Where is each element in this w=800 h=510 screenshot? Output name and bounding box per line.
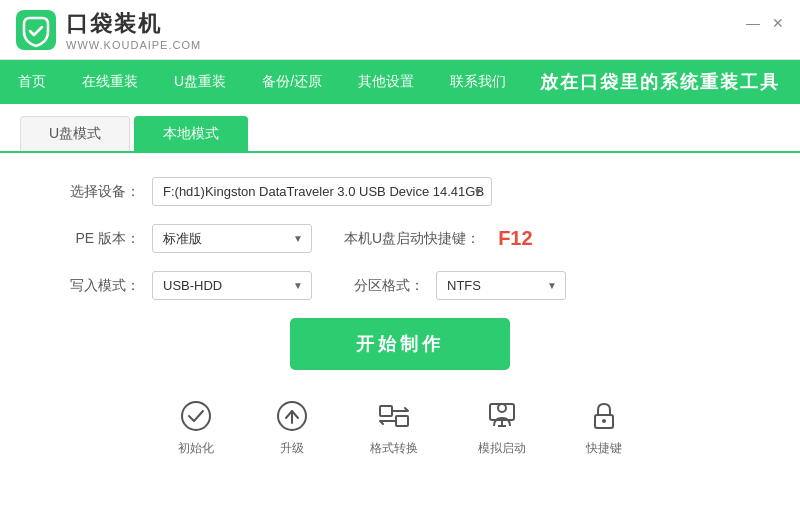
device-label: 选择设备： <box>60 183 140 201</box>
svg-rect-5 <box>396 416 408 426</box>
tab-bar: U盘模式 本地模式 <box>0 104 800 153</box>
svg-point-6 <box>498 404 506 412</box>
bottom-icon-simulate-boot[interactable]: 模拟启动 <box>478 398 526 457</box>
pe-version-label: PE 版本： <box>60 230 140 248</box>
nav-items: 首页 在线重装 U盘重装 备份/还原 其他设置 联系我们 <box>0 60 524 104</box>
hotkey-value: F12 <box>498 227 532 250</box>
form-area: 选择设备： F:(hd1)Kingston DataTraveler 3.0 U… <box>0 153 800 481</box>
write-mode-row: 写入模式： USB-HDD ▼ 分区格式： NTFS ▼ <box>60 271 740 300</box>
bottom-icon-format-convert[interactable]: 格式转换 <box>370 398 418 457</box>
partition-label: 分区格式： <box>344 277 424 295</box>
svg-rect-0 <box>16 10 56 50</box>
lock-icon <box>586 398 622 434</box>
check-circle-icon <box>178 398 214 434</box>
nav-bar: 首页 在线重装 U盘重装 备份/还原 其他设置 联系我们 放在口袋里的系统重装工… <box>0 60 800 104</box>
person-screen-icon <box>484 398 520 434</box>
device-select[interactable]: F:(hd1)Kingston DataTraveler 3.0 USB Dev… <box>153 178 515 205</box>
start-button[interactable]: 开始制作 <box>290 318 510 370</box>
nav-slogan: 放在口袋里的系统重装工具 <box>540 60 800 104</box>
svg-point-11 <box>602 419 606 423</box>
nav-item-backup-restore[interactable]: 备份/还原 <box>244 60 340 104</box>
partition-select-wrapper[interactable]: NTFS ▼ <box>436 271 566 300</box>
nav-item-usb-reinstall[interactable]: U盘重装 <box>156 60 244 104</box>
tab-local-mode[interactable]: 本地模式 <box>134 116 248 151</box>
transform-icon <box>376 398 412 434</box>
title-bar: 口袋装机 WWW.KOUDAIPE.COM — ✕ <box>0 0 800 60</box>
shortcut-key-label: 快捷键 <box>586 440 622 457</box>
format-convert-label: 格式转换 <box>370 440 418 457</box>
nav-item-online-reinstall[interactable]: 在线重装 <box>64 60 156 104</box>
minimize-button[interactable]: — <box>746 16 760 30</box>
device-select-wrapper[interactable]: F:(hd1)Kingston DataTraveler 3.0 USB Dev… <box>152 177 492 206</box>
bottom-icons: 初始化 升级 格式转换 <box>60 390 740 457</box>
write-mode-label: 写入模式： <box>60 277 140 295</box>
title-controls: — ✕ <box>746 16 784 30</box>
close-button[interactable]: ✕ <box>772 16 784 30</box>
logo-icon <box>16 10 56 50</box>
svg-point-1 <box>182 402 210 430</box>
bottom-icon-shortcut-key[interactable]: 快捷键 <box>586 398 622 457</box>
hotkey-label: 本机U盘启动快捷键： <box>344 230 480 248</box>
partition-select[interactable]: NTFS <box>437 272 511 299</box>
write-mode-select[interactable]: USB-HDD <box>153 272 253 299</box>
partition-arrow: ▼ <box>547 280 557 291</box>
bottom-icon-upgrade[interactable]: 升级 <box>274 398 310 457</box>
write-mode-arrow: ▼ <box>293 280 303 291</box>
init-label: 初始化 <box>178 440 214 457</box>
nav-item-home[interactable]: 首页 <box>0 60 64 104</box>
nav-item-other-settings[interactable]: 其他设置 <box>340 60 432 104</box>
svg-rect-4 <box>380 406 392 416</box>
app-title: 口袋装机 <box>66 9 201 39</box>
bottom-icon-init[interactable]: 初始化 <box>178 398 214 457</box>
pe-version-row: PE 版本： 标准版 ▼ 本机U盘启动快捷键： F12 <box>60 224 740 253</box>
logo-area: 口袋装机 WWW.KOUDAIPE.COM <box>16 9 201 51</box>
tab-usb-mode[interactable]: U盘模式 <box>20 116 130 151</box>
nav-item-contact[interactable]: 联系我们 <box>432 60 524 104</box>
upgrade-label: 升级 <box>280 440 304 457</box>
app-url: WWW.KOUDAIPE.COM <box>66 39 201 51</box>
simulate-boot-label: 模拟启动 <box>478 440 526 457</box>
main-content: U盘模式 本地模式 选择设备： F:(hd1)Kingston DataTrav… <box>0 104 800 510</box>
logo-text-area: 口袋装机 WWW.KOUDAIPE.COM <box>66 9 201 51</box>
write-mode-select-wrapper[interactable]: USB-HDD ▼ <box>152 271 312 300</box>
upload-circle-icon <box>274 398 310 434</box>
pe-version-arrow: ▼ <box>293 233 303 244</box>
pe-version-select-wrapper[interactable]: 标准版 ▼ <box>152 224 312 253</box>
pe-version-select[interactable]: 标准版 <box>153 225 232 252</box>
device-row: 选择设备： F:(hd1)Kingston DataTraveler 3.0 U… <box>60 177 740 206</box>
